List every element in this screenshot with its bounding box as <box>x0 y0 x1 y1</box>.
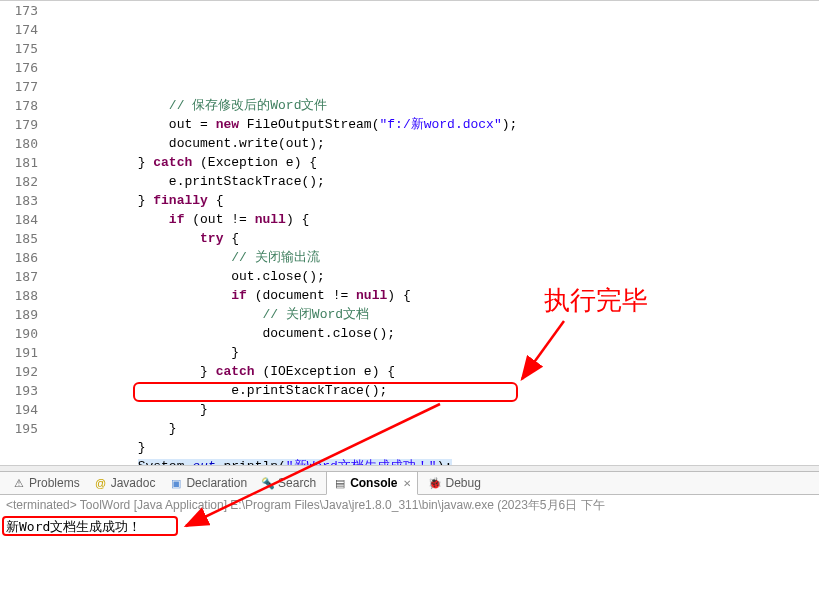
code-line: if (document != null) { <box>44 286 819 305</box>
console-output-text: 新Word文档生成成功！ <box>6 519 141 534</box>
tab-label: Search <box>278 476 316 490</box>
code-line: try { <box>44 229 819 248</box>
javadoc-icon: @ <box>94 476 108 490</box>
code-line: // 关闭Word文档 <box>44 305 819 324</box>
code-line: } catch (Exception e) { <box>44 153 819 172</box>
code-line: } finally { <box>44 191 819 210</box>
line-number: 176 <box>0 58 38 77</box>
line-number: 183 <box>0 191 38 210</box>
line-number: 186 <box>0 248 38 267</box>
console-status-line: <terminated> ToolWord [Java Application]… <box>0 495 819 516</box>
line-number: 190 <box>0 324 38 343</box>
tab-label: Problems <box>29 476 80 490</box>
code-line: } <box>44 419 819 438</box>
console-icon: ▤ <box>333 476 347 490</box>
code-line: System.out.println("新Word文档生成成功！"); <box>44 457 819 465</box>
line-number: 187 <box>0 267 38 286</box>
line-number: 180 <box>0 134 38 153</box>
code-line: // 关闭输出流 <box>44 248 819 267</box>
code-line: } <box>44 400 819 419</box>
tab-label: Declaration <box>186 476 247 490</box>
code-line: e.printStackTrace(); <box>44 381 819 400</box>
tab-label: Console <box>350 476 397 490</box>
line-number: 175 <box>0 39 38 58</box>
tab-declaration[interactable]: ▣ Declaration <box>165 476 251 490</box>
tab-search[interactable]: 🔦 Search <box>257 476 320 490</box>
code-line: document.close(); <box>44 324 819 343</box>
tab-label: Javadoc <box>111 476 156 490</box>
code-line: out.close(); <box>44 267 819 286</box>
line-number: 184 <box>0 210 38 229</box>
code-text-area[interactable]: // 保存修改后的Word文件 out = new FileOutputStre… <box>44 1 819 465</box>
debug-icon: 🐞 <box>428 476 442 490</box>
code-line: e.printStackTrace(); <box>44 172 819 191</box>
line-number: 194 <box>0 400 38 419</box>
declaration-icon: ▣ <box>169 476 183 490</box>
line-number: 193 <box>0 381 38 400</box>
code-line: } catch (IOException e) { <box>44 362 819 381</box>
code-line: } <box>44 343 819 362</box>
code-line: } <box>44 438 819 457</box>
search-icon: 🔦 <box>261 476 275 490</box>
line-number: 188 <box>0 286 38 305</box>
line-number: 182 <box>0 172 38 191</box>
tab-label: Debug <box>445 476 480 490</box>
line-number: 192 <box>0 362 38 381</box>
close-icon[interactable]: ✕ <box>403 478 411 489</box>
bottom-tabs-bar: ⚠ Problems @ Javadoc ▣ Declaration 🔦 Sea… <box>0 471 819 495</box>
console-output[interactable]: 新Word文档生成成功！ <box>0 516 819 538</box>
line-number: 195 <box>0 419 38 438</box>
tab-problems[interactable]: ⚠ Problems <box>8 476 84 490</box>
line-number: 189 <box>0 305 38 324</box>
tab-debug[interactable]: 🐞 Debug <box>424 476 484 490</box>
line-number: 185 <box>0 229 38 248</box>
code-line: if (out != null) { <box>44 210 819 229</box>
line-number: 173 <box>0 1 38 20</box>
line-number: 179 <box>0 115 38 134</box>
line-number: 191 <box>0 343 38 362</box>
line-number: 174 <box>0 20 38 39</box>
code-line: document.write(out); <box>44 134 819 153</box>
problems-icon: ⚠ <box>12 476 26 490</box>
line-number: 177 <box>0 77 38 96</box>
tab-console[interactable]: ▤ Console ✕ <box>326 471 418 495</box>
code-line: // 保存修改后的Word文件 <box>44 96 819 115</box>
tab-javadoc[interactable]: @ Javadoc <box>90 476 160 490</box>
code-line: out = new FileOutputStream("f:/新word.doc… <box>44 115 819 134</box>
line-number: 181 <box>0 153 38 172</box>
code-editor[interactable]: 1731741751761771781791801811821831841851… <box>0 0 819 465</box>
line-number: 178 <box>0 96 38 115</box>
line-number-gutter: 1731741751761771781791801811821831841851… <box>0 1 44 465</box>
